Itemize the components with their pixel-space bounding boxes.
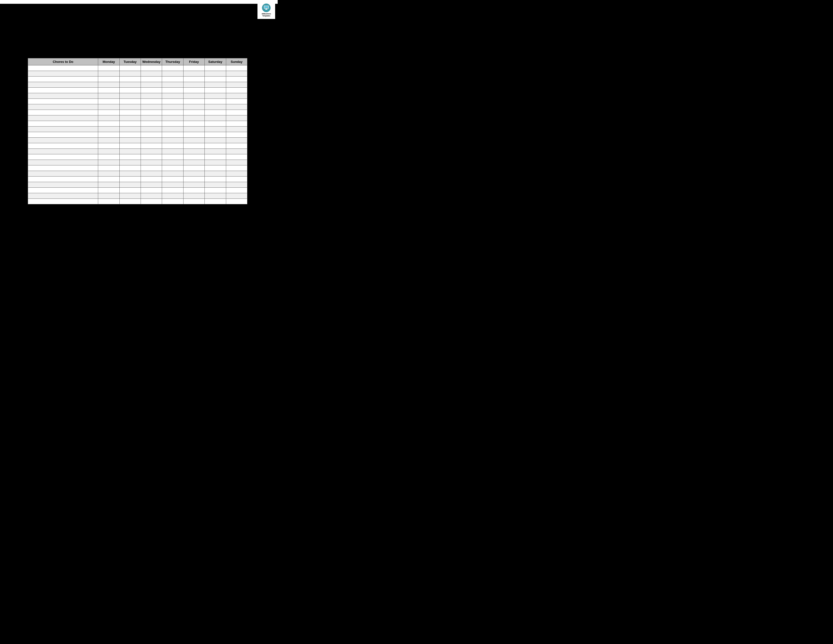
cell-row2-col5[interactable] xyxy=(183,77,204,82)
cell-row16-col7[interactable] xyxy=(226,154,247,160)
cell-row6-col3[interactable] xyxy=(141,99,162,104)
cell-row12-col6[interactable] xyxy=(205,132,226,138)
cell-row12-col4[interactable] xyxy=(162,132,183,138)
cell-row0-col1[interactable] xyxy=(98,65,119,71)
cell-row2-col2[interactable] xyxy=(119,77,141,82)
cell-row18-col6[interactable] xyxy=(205,166,226,171)
cell-row3-col2[interactable] xyxy=(119,82,141,88)
cell-row8-col7[interactable] xyxy=(226,110,247,116)
cell-row5-col4[interactable] xyxy=(162,93,183,99)
cell-row12-col2[interactable] xyxy=(119,132,141,138)
cell-row15-col2[interactable] xyxy=(119,149,141,154)
cell-row14-col0[interactable] xyxy=(28,143,98,149)
cell-row8-col5[interactable] xyxy=(183,110,204,116)
cell-row24-col6[interactable] xyxy=(205,199,226,204)
cell-row5-col1[interactable] xyxy=(98,93,119,99)
cell-row5-col3[interactable] xyxy=(141,93,162,99)
cell-row10-col4[interactable] xyxy=(162,121,183,127)
cell-row9-col7[interactable] xyxy=(226,116,247,121)
cell-row19-col2[interactable] xyxy=(119,171,141,177)
cell-row6-col0[interactable] xyxy=(28,99,98,104)
cell-row17-col5[interactable] xyxy=(183,160,204,166)
cell-row10-col3[interactable] xyxy=(141,121,162,127)
cell-row4-col3[interactable] xyxy=(141,88,162,93)
cell-row23-col1[interactable] xyxy=(98,193,119,199)
cell-row4-col2[interactable] xyxy=(119,88,141,93)
cell-row21-col2[interactable] xyxy=(119,182,141,188)
cell-row3-col1[interactable] xyxy=(98,82,119,88)
cell-row22-col3[interactable] xyxy=(141,188,162,193)
cell-row21-col1[interactable] xyxy=(98,182,119,188)
cell-row5-col7[interactable] xyxy=(226,93,247,99)
cell-row2-col6[interactable] xyxy=(205,77,226,82)
cell-row17-col1[interactable] xyxy=(98,160,119,166)
cell-row6-col2[interactable] xyxy=(119,99,141,104)
cell-row17-col0[interactable] xyxy=(28,160,98,166)
cell-row5-col5[interactable] xyxy=(183,93,204,99)
cell-row4-col4[interactable] xyxy=(162,88,183,93)
cell-row11-col2[interactable] xyxy=(119,127,141,132)
cell-row20-col5[interactable] xyxy=(183,177,204,182)
cell-row3-col0[interactable] xyxy=(28,82,98,88)
cell-row19-col7[interactable] xyxy=(226,171,247,177)
cell-row9-col4[interactable] xyxy=(162,116,183,121)
cell-row15-col3[interactable] xyxy=(141,149,162,154)
cell-row11-col1[interactable] xyxy=(98,127,119,132)
cell-row13-col2[interactable] xyxy=(119,138,141,143)
cell-row0-col2[interactable] xyxy=(119,65,141,71)
cell-row23-col3[interactable] xyxy=(141,193,162,199)
cell-row5-col6[interactable] xyxy=(205,93,226,99)
cell-row12-col7[interactable] xyxy=(226,132,247,138)
cell-row13-col5[interactable] xyxy=(183,138,204,143)
cell-row15-col7[interactable] xyxy=(226,149,247,154)
cell-row7-col6[interactable] xyxy=(205,104,226,110)
cell-row11-col0[interactable] xyxy=(28,127,98,132)
cell-row13-col4[interactable] xyxy=(162,138,183,143)
cell-row24-col5[interactable] xyxy=(183,199,204,204)
cell-row9-col1[interactable] xyxy=(98,116,119,121)
cell-row3-col4[interactable] xyxy=(162,82,183,88)
cell-row15-col5[interactable] xyxy=(183,149,204,154)
cell-row8-col1[interactable] xyxy=(98,110,119,116)
cell-row14-col6[interactable] xyxy=(205,143,226,149)
cell-row11-col3[interactable] xyxy=(141,127,162,132)
cell-row11-col7[interactable] xyxy=(226,127,247,132)
cell-row20-col0[interactable] xyxy=(28,177,98,182)
cell-row7-col0[interactable] xyxy=(28,104,98,110)
cell-row13-col0[interactable] xyxy=(28,138,98,143)
cell-row16-col5[interactable] xyxy=(183,154,204,160)
cell-row5-col0[interactable] xyxy=(28,93,98,99)
cell-row18-col4[interactable] xyxy=(162,166,183,171)
cell-row14-col4[interactable] xyxy=(162,143,183,149)
cell-row17-col6[interactable] xyxy=(205,160,226,166)
cell-row1-col2[interactable] xyxy=(119,71,141,77)
cell-row17-col2[interactable] xyxy=(119,160,141,166)
cell-row23-col7[interactable] xyxy=(226,193,247,199)
cell-row12-col0[interactable] xyxy=(28,132,98,138)
cell-row7-col2[interactable] xyxy=(119,104,141,110)
cell-row24-col4[interactable] xyxy=(162,199,183,204)
cell-row19-col3[interactable] xyxy=(141,171,162,177)
cell-row23-col2[interactable] xyxy=(119,193,141,199)
cell-row21-col0[interactable] xyxy=(28,182,98,188)
cell-row19-col4[interactable] xyxy=(162,171,183,177)
cell-row14-col1[interactable] xyxy=(98,143,119,149)
cell-row23-col6[interactable] xyxy=(205,193,226,199)
cell-row13-col7[interactable] xyxy=(226,138,247,143)
cell-row19-col5[interactable] xyxy=(183,171,204,177)
cell-row0-col6[interactable] xyxy=(205,65,226,71)
cell-row24-col7[interactable] xyxy=(226,199,247,204)
cell-row6-col6[interactable] xyxy=(205,99,226,104)
cell-row20-col6[interactable] xyxy=(205,177,226,182)
cell-row11-col5[interactable] xyxy=(183,127,204,132)
cell-row7-col3[interactable] xyxy=(141,104,162,110)
cell-row15-col0[interactable] xyxy=(28,149,98,154)
cell-row15-col6[interactable] xyxy=(205,149,226,154)
cell-row12-col1[interactable] xyxy=(98,132,119,138)
cell-row17-col3[interactable] xyxy=(141,160,162,166)
cell-row9-col5[interactable] xyxy=(183,116,204,121)
cell-row14-col7[interactable] xyxy=(226,143,247,149)
cell-row14-col3[interactable] xyxy=(141,143,162,149)
cell-row4-col1[interactable] xyxy=(98,88,119,93)
cell-row18-col2[interactable] xyxy=(119,166,141,171)
